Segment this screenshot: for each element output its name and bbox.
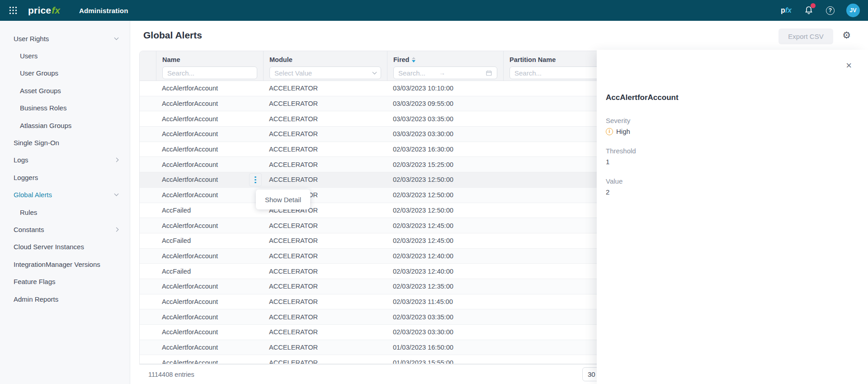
cell-fired: 03/03/2023 03:30:00 xyxy=(387,127,503,142)
sidebar-item-user-rights[interactable]: User Rights xyxy=(0,30,130,47)
row-menu-show-detail[interactable]: Show Detail xyxy=(256,190,310,209)
sidebar-item-asset-groups[interactable]: Asset Groups xyxy=(0,82,130,99)
table-row[interactable]: AccAlertforAccountACCELERATOR02/03/2023 … xyxy=(140,172,632,188)
gear-icon[interactable]: ⚙ xyxy=(842,31,851,40)
table-row[interactable]: AccAlertforAccountACCELERATOR03/03/2023 … xyxy=(140,127,632,142)
sidebar-item-business-roles[interactable]: Business Roles xyxy=(0,100,130,117)
sidebar-item-constants[interactable]: Constants xyxy=(0,221,130,238)
sort-partition-name[interactable]: Partition Name xyxy=(509,56,556,63)
row-handle-cell xyxy=(140,111,156,126)
row-handle-cell xyxy=(140,249,156,264)
row-handle-cell xyxy=(140,188,156,203)
sidebar-item-label: Business Roles xyxy=(20,104,66,112)
row-handle-cell xyxy=(140,157,156,172)
sidebar-item-label: Loggers xyxy=(14,174,38,181)
column-label: Fired xyxy=(393,56,409,63)
cell-fired: 02/03/2023 03:35:00 xyxy=(387,309,503,324)
row-handle-cell xyxy=(140,233,156,248)
sidebar-item-user-groups[interactable]: User Groups xyxy=(0,65,130,82)
field-label: Threshold xyxy=(606,147,868,155)
table-row[interactable]: AccAlertforAccountACCELERATOR03/03/2023 … xyxy=(140,81,632,96)
cell-fired: 03/03/2023 03:35:00 xyxy=(387,111,503,126)
calendar-icon[interactable] xyxy=(486,70,492,76)
cell-fired: 02/03/2023 11:45:00 xyxy=(387,294,503,309)
table-row[interactable]: AccFailedACCELERATOR02/03/2023 12:40:00 xyxy=(140,264,632,279)
table-row[interactable]: AccAlertforAccountACCELERATOR02/03/2023 … xyxy=(140,142,632,157)
table-row[interactable]: AccAlertforAccountACCELERATOR02/03/2023 … xyxy=(140,309,632,325)
sidebar-item-label: Feature Flags xyxy=(14,278,56,285)
cell-fired-text: 02/03/2023 12:40:00 xyxy=(393,268,453,275)
cell-module: ACCELERATOR xyxy=(263,279,387,294)
cell-name-text: AccAlertforAccount xyxy=(162,85,218,92)
help-button[interactable]: ? xyxy=(826,6,835,15)
cell-fired: 01/03/2023 15:55:00 xyxy=(387,355,503,364)
cell-fired: 02/03/2023 16:30:00 xyxy=(387,142,503,157)
fired-filter-input[interactable]: Search... → xyxy=(393,66,497,79)
cell-name: AccAlertforAccount xyxy=(156,111,263,126)
table-row[interactable]: AccAlertforAccountACCELERATOR02/03/2023 … xyxy=(140,157,632,172)
table-row[interactable]: AccAlertforAccountACCELERATOR01/03/2023 … xyxy=(140,355,632,364)
cell-fired: 02/03/2023 12:45:00 xyxy=(387,218,503,233)
sidebar-item-global-alerts[interactable]: Global Alerts xyxy=(0,186,130,204)
app-grid-icon[interactable] xyxy=(8,5,18,15)
cell-name: AccAlertforAccount xyxy=(156,142,263,157)
row-handle-cell xyxy=(140,309,156,324)
field-value: High xyxy=(616,128,630,135)
name-filter-input[interactable] xyxy=(162,66,257,79)
notifications-button[interactable] xyxy=(803,5,814,16)
table-row[interactable]: AccAlertforAccountACCELERATOR02/03/2023 … xyxy=(140,249,632,264)
pricefx-logo[interactable]: price fx xyxy=(28,5,60,16)
cell-fired-text: 02/03/2023 11:45:00 xyxy=(393,298,453,305)
table-row[interactable]: AccFailedACCELERATOR02/03/2023 12:50:00 xyxy=(140,203,632,218)
table-row[interactable]: AccFailedACCELERATOR02/03/2023 12:45:00 xyxy=(140,233,632,249)
sidebar-item-atlassian-groups[interactable]: Atlassian Groups xyxy=(0,117,130,134)
sidebar-item-integrationmanager-versions[interactable]: IntegrationManager Versions xyxy=(0,256,130,273)
sort-name[interactable]: Name xyxy=(162,56,180,63)
sidebar-item-single-sign-on[interactable]: Single Sign-On xyxy=(0,134,130,151)
cell-name: AccAlertforAccount xyxy=(156,157,263,172)
table-row[interactable]: AccAlertforAccountACCELERATOR02/03/2023 … xyxy=(140,218,632,233)
table-row[interactable]: AccAlertforAccountACCELERATOR01/03/2023 … xyxy=(140,340,632,356)
detail-panel: × AccAlertforAccount Severity i High Thr… xyxy=(597,50,868,384)
user-avatar[interactable]: JV xyxy=(846,4,860,17)
module-filter-select[interactable]: Select Value xyxy=(269,66,381,79)
sidebar-item-loggers[interactable]: Loggers xyxy=(0,169,130,186)
sidebar-item-logs[interactable]: Logs xyxy=(0,152,130,169)
table-row[interactable]: AccAlertforAccountACCELERATOR02/03/2023 … xyxy=(140,294,632,310)
table-row[interactable]: AccAlertforAccountACCELERATOR02/03/2023 … xyxy=(140,325,632,340)
table-row[interactable]: AccAlertforAccountACCELERATOR02/03/2023 … xyxy=(140,188,632,203)
cell-name-text: AccAlertforAccount xyxy=(162,115,218,123)
cell-module: ACCELERATOR xyxy=(263,218,387,233)
export-csv-button[interactable]: Export CSV xyxy=(778,28,833,44)
cell-name-text: AccFailed xyxy=(162,237,191,244)
sidebar-item-cloud-server-instances[interactable]: Cloud Server Instances xyxy=(0,238,130,256)
row-actions-menu-button[interactable] xyxy=(249,173,262,186)
sidebar-item-label: Atlassian Groups xyxy=(20,122,71,129)
sidebar-item-admin-reports[interactable]: Admin Reports xyxy=(0,290,130,308)
cell-fired: 03/03/2023 10:10:00 xyxy=(387,81,503,96)
cell-name: AccFailed xyxy=(156,203,263,218)
cell-fired: 02/03/2023 03:30:00 xyxy=(387,325,503,340)
row-handle-cell xyxy=(140,218,156,233)
sort-module[interactable]: Module xyxy=(269,56,292,63)
cell-module: ACCELERATOR xyxy=(263,111,387,126)
sidebar-item-users[interactable]: Users xyxy=(0,47,130,64)
cell-name-text: AccFailed xyxy=(162,207,191,214)
pfx-mini-logo[interactable]: p fx xyxy=(781,6,792,14)
cell-name-text: AccAlertforAccount xyxy=(162,191,218,199)
cell-module-text: ACCELERATOR xyxy=(269,283,318,290)
cell-fired: 02/03/2023 12:40:00 xyxy=(387,249,503,264)
sidebar-item-rules[interactable]: Rules xyxy=(0,204,130,221)
cell-name-text: AccAlertforAccount xyxy=(162,283,218,290)
page-header: Global Alerts Export CSV ⚙ xyxy=(130,21,868,51)
column-label: Module xyxy=(269,56,292,63)
table-row[interactable]: AccAlertforAccountACCELERATOR03/03/2023 … xyxy=(140,111,632,127)
table-row[interactable]: AccAlertforAccountACCELERATOR03/03/2023 … xyxy=(140,96,632,112)
sort-fired[interactable]: Fired xyxy=(393,56,415,63)
sidebar-item-feature-flags[interactable]: Feature Flags xyxy=(0,273,130,290)
table-row[interactable]: AccAlertforAccountACCELERATOR02/03/2023 … xyxy=(140,279,632,294)
cell-name-text: AccAlertforAccount xyxy=(162,100,218,107)
cell-module-text: ACCELERATOR xyxy=(269,115,318,123)
close-icon[interactable]: × xyxy=(846,61,852,71)
entries-count: 1114408 entries xyxy=(148,371,194,378)
